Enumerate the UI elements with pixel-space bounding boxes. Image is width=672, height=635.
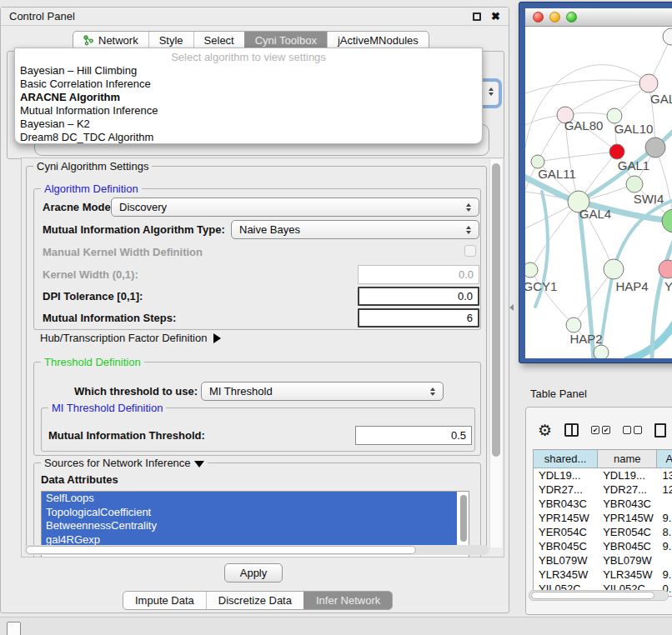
mi-threshold-input[interactable]: 0.5 <box>355 426 472 445</box>
data-attribute-item[interactable]: BetweennessCentrality <box>42 519 457 533</box>
expand-arrow-icon[interactable] <box>213 333 221 343</box>
table-cell[interactable]: YBL079W <box>534 554 598 567</box>
table-cell[interactable]: YDL19... <box>534 469 598 482</box>
network-node[interactable] <box>566 318 581 332</box>
network-node[interactable] <box>626 176 643 192</box>
network-canvas[interactable]: GALGAL80GAL10GAL1GAL11SWI4GAL4GCY1HAP4YH… <box>525 27 672 358</box>
table-row[interactable]: YBR045CYBR045C9. <box>534 539 672 553</box>
table-row[interactable]: YLR345WYLR345W9. <box>534 568 672 582</box>
table-row[interactable]: YER054CYER054C8. <box>534 525 672 539</box>
network-node[interactable] <box>639 74 658 92</box>
table-cell[interactable]: YER054C <box>598 526 657 538</box>
column-header-shared-name[interactable]: shared... <box>534 450 598 468</box>
data-attribute-item[interactable]: SelfLoops <box>42 492 457 506</box>
table-cell[interactable]: 8. <box>657 526 672 538</box>
table-cell[interactable]: 9. <box>657 568 672 581</box>
table-cell[interactable]: YLR345W <box>598 568 657 581</box>
scrollbar-thumb[interactable] <box>26 546 416 554</box>
close-window-button[interactable] <box>533 12 544 22</box>
table-row[interactable]: YBR043CYBR043C <box>534 497 672 511</box>
network-view-window[interactable]: GALGAL80GAL10GAL1GAL11SWI4GAL4GCY1HAP4YH… <box>519 2 672 363</box>
which-threshold-value: MI Threshold <box>209 385 273 398</box>
network-node[interactable] <box>525 262 538 278</box>
algorithm-option[interactable]: Bayesian – Hill Climbing <box>15 64 482 78</box>
tab-style[interactable]: Style <box>148 32 193 49</box>
manual-kernel-width-checkbox[interactable] <box>464 245 476 257</box>
table-cell[interactable]: YPR145W <box>534 512 598 524</box>
network-node[interactable] <box>645 138 665 158</box>
table-cell[interactable]: YBR045C <box>534 540 598 552</box>
network-node[interactable] <box>663 28 672 45</box>
select-all-rows-icon[interactable] <box>591 426 610 434</box>
table-row[interactable]: YDL19...YDL19...13 <box>534 468 672 482</box>
table-cell[interactable]: YPR145W <box>598 512 657 524</box>
algorithm-option[interactable]: Dream8 DC_TDC Algorithm <box>15 131 482 144</box>
close-panel-button[interactable]: ✖ <box>491 12 500 21</box>
table-cell[interactable]: YDL19... <box>598 469 657 482</box>
tab-discretize-data[interactable]: Discretize Data <box>206 592 303 609</box>
hub-definition-section[interactable]: Hub/Transcription Factor Definition <box>40 332 221 344</box>
table-cell[interactable]: YBR043C <box>534 498 598 510</box>
table-cell[interactable]: 13 <box>657 469 672 482</box>
collapse-arrow-icon[interactable] <box>194 461 204 468</box>
aracne-mode-select[interactable]: Discovery <box>111 198 479 217</box>
table-cell[interactable]: 9. <box>657 540 672 552</box>
settings-horizontal-scrollbar[interactable] <box>24 545 489 555</box>
table-row[interactable]: YPR145WYPR145W9. <box>534 511 672 525</box>
network-window-titlebar[interactable] <box>525 8 672 27</box>
mi-algorithm-type-select[interactable]: Naive Bayes <box>231 220 479 239</box>
apply-button[interactable]: Apply <box>224 563 283 582</box>
network-node[interactable] <box>604 259 624 279</box>
table-cell[interactable]: YDR27... <box>534 483 598 496</box>
table-cell[interactable]: YDR27... <box>598 483 657 496</box>
table-cell[interactable]: YER054C <box>534 526 598 538</box>
network-node[interactable] <box>662 209 672 232</box>
sources-title[interactable]: Sources for Network Inference <box>41 457 208 469</box>
algorithm-option[interactable]: ARACNE Algorithm <box>15 91 482 104</box>
grip-icon[interactable] <box>7 622 21 635</box>
network-node[interactable] <box>609 144 624 159</box>
algorithm-option[interactable]: Basic Correlation Inference <box>15 78 482 91</box>
scrollbar-thumb[interactable] <box>492 163 500 457</box>
tab-network[interactable]: Network <box>73 32 148 49</box>
zoom-window-button[interactable] <box>566 12 577 22</box>
table-cell[interactable]: YBR045C <box>598 540 657 552</box>
table-panel-title: Table Panel <box>530 388 587 400</box>
gear-icon[interactable]: ⚙ <box>538 422 552 438</box>
algorithm-placeholder-item: Select algorithm to view settings <box>15 48 482 64</box>
table-cell[interactable]: YBR043C <box>598 498 657 510</box>
kernel-width-input[interactable]: 0.0 <box>358 265 479 284</box>
table-cell[interactable]: YBL079W <box>598 554 657 567</box>
scrollbar-thumb[interactable] <box>531 592 654 599</box>
tab-select[interactable]: Select <box>193 32 244 49</box>
tab-infer-network[interactable]: Infer Network <box>303 592 392 609</box>
table-row[interactable]: YBL079WYBL079W <box>534 553 672 568</box>
column-header-third[interactable]: A <box>657 450 672 468</box>
column-header-name[interactable]: name <box>598 450 657 468</box>
deselect-all-rows-icon[interactable] <box>623 426 642 434</box>
tab-cyni-toolbox[interactable]: Cyni Toolbox <box>244 32 327 49</box>
dpi-tolerance-input[interactable]: 0.0 <box>358 287 479 306</box>
float-panel-button[interactable] <box>473 12 481 21</box>
split-columns-icon[interactable] <box>564 423 579 437</box>
attributes-list-scrollbar[interactable] <box>460 495 467 542</box>
tab-impute-data[interactable]: Impute Data <box>123 592 206 609</box>
algorithm-option[interactable]: Bayesian – K2 <box>15 118 482 131</box>
which-threshold-select[interactable]: MI Threshold <box>201 382 444 401</box>
table-cell[interactable]: YLR345W <box>534 568 598 581</box>
algorithm-option[interactable]: Mutual Information Inference <box>15 104 482 118</box>
mi-steps-input[interactable]: 6 <box>358 308 479 328</box>
minimize-window-button[interactable] <box>549 12 560 22</box>
table-cell[interactable]: 9. <box>657 512 672 524</box>
control-panel-title: Control Panel <box>9 10 473 22</box>
tab-jactivemnodules[interactable]: jActiveMNodules <box>327 32 429 49</box>
table-row[interactable]: YDR27...YDR27...12 <box>534 482 672 497</box>
table-cell[interactable]: 12 <box>657 483 672 496</box>
table-horizontal-scrollbar[interactable] <box>529 590 669 601</box>
node-table: shared... name A YDL19...YDL19...13YDR27… <box>533 449 672 597</box>
settings-vertical-scrollbar[interactable] <box>489 159 502 548</box>
function-builder-icon[interactable] <box>654 423 666 438</box>
network-node[interactable] <box>594 345 609 358</box>
data-attribute-item[interactable]: TopologicalCoefficient <box>42 506 457 520</box>
panel-splitter-handle[interactable] <box>509 304 514 311</box>
